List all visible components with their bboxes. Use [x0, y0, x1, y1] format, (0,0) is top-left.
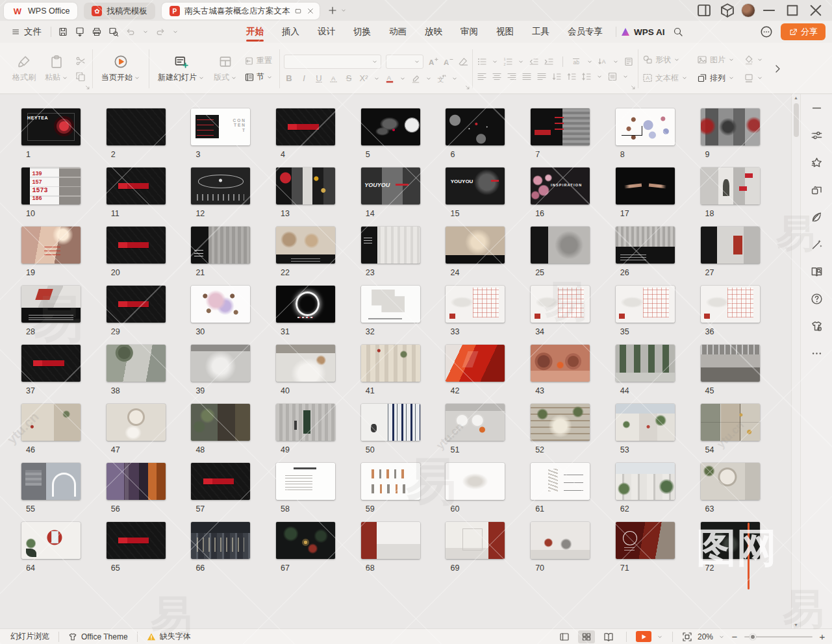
- redo-icon[interactable]: [155, 27, 166, 37]
- print-preview-icon[interactable]: [108, 27, 119, 37]
- slide-thumbnail-20[interactable]: [107, 227, 166, 264]
- distribute-icon[interactable]: [536, 71, 547, 82]
- slide-thumbnail-46[interactable]: [21, 404, 81, 441]
- menu-tab-10[interactable]: 会员专享: [559, 21, 612, 43]
- slide-thumbnail-42[interactable]: [446, 345, 505, 382]
- bullet-list-icon[interactable]: [477, 56, 487, 67]
- slide-thumbnail-12[interactable]: [191, 167, 250, 204]
- slide-thumbnail-45[interactable]: [701, 345, 760, 382]
- tab-close-icon[interactable]: [307, 7, 314, 15]
- slide-thumbnail-26[interactable]: [616, 227, 675, 264]
- slide-thumbnail-53[interactable]: [616, 404, 675, 441]
- help-icon[interactable]: [811, 293, 823, 305]
- paragraph-spacing-icon[interactable]: [607, 71, 618, 82]
- tab-list-caret[interactable]: [340, 7, 347, 14]
- slide-thumbnail-14[interactable]: YOUYOU: [361, 167, 420, 204]
- slide-thumbnail-64[interactable]: [21, 522, 81, 559]
- menu-tab-4[interactable]: 切换: [344, 21, 380, 43]
- slide-thumbnail-29[interactable]: [107, 286, 166, 323]
- more-options-icon[interactable]: [760, 25, 773, 38]
- font-family-select[interactable]: [284, 55, 381, 69]
- clipboard-dialog-launcher[interactable]: [84, 84, 91, 91]
- slide-thumbnail-69[interactable]: [446, 522, 505, 559]
- slide-thumbnail-39[interactable]: [191, 345, 250, 382]
- slide-thumbnail-36[interactable]: [701, 286, 760, 323]
- slide-thumbnail-35[interactable]: [616, 286, 675, 323]
- effects-icon[interactable]: [811, 156, 823, 169]
- shapes-button[interactable]: 形状: [642, 55, 688, 66]
- tab-docer-templates[interactable]: ✿ 找稿壳模板: [84, 3, 155, 19]
- slide-thumbnail-30[interactable]: [191, 286, 250, 323]
- slide-thumbnail-37[interactable]: [21, 345, 81, 382]
- char-spacing-icon[interactable]: A: [329, 73, 339, 84]
- find-replace-icon[interactable]: [811, 266, 823, 278]
- scrollbar-thumb[interactable]: [794, 103, 799, 137]
- slide-thumbnail-21[interactable]: [191, 227, 250, 264]
- maximize-button[interactable]: [783, 2, 802, 19]
- toolbar-expand-button[interactable]: [767, 45, 788, 92]
- new-slide-button[interactable]: 新建幻灯片: [153, 52, 209, 86]
- cut-icon[interactable]: [75, 56, 86, 66]
- bold-button[interactable]: B: [284, 73, 294, 83]
- superscript-button[interactable]: X²: [359, 73, 369, 83]
- slide-thumbnail-13[interactable]: [276, 167, 335, 204]
- row-spacing-up-icon[interactable]: [551, 71, 562, 82]
- align-center-icon[interactable]: [492, 71, 502, 82]
- menu-tab-3[interactable]: 设计: [309, 21, 344, 43]
- split-screen-icon[interactable]: [694, 2, 714, 19]
- slide-thumbnail-52[interactable]: [531, 404, 590, 441]
- row-spacing-down-icon[interactable]: [566, 71, 577, 82]
- slide-thumbnail-58[interactable]: [276, 463, 335, 500]
- numbered-list-icon[interactable]: 12: [503, 56, 513, 67]
- slide-thumbnail-33[interactable]: [446, 286, 505, 323]
- more-panel-icon[interactable]: [811, 347, 823, 360]
- picture-button[interactable]: 图片: [697, 55, 735, 66]
- slide-thumbnail-16[interactable]: INSPIRATION: [531, 167, 590, 204]
- slide-thumbnail-24[interactable]: [446, 227, 505, 264]
- slide-thumbnail-68[interactable]: [361, 522, 420, 559]
- format-painter-button[interactable]: 格式刷: [8, 52, 40, 86]
- decrease-font-icon[interactable]: A: [443, 56, 453, 67]
- detach-window-icon[interactable]: [294, 7, 302, 15]
- slide-thumbnail-63[interactable]: [701, 463, 760, 500]
- slide-thumbnail-10[interactable]: 1391571573186: [21, 167, 81, 204]
- slide-thumbnail-54[interactable]: [701, 404, 760, 441]
- smart-beautify-icon[interactable]: [811, 238, 823, 251]
- section-button[interactable]: 节: [244, 71, 273, 82]
- slide-thumbnail-56[interactable]: [107, 463, 166, 500]
- slide-thumbnail-5[interactable]: [361, 108, 420, 145]
- slide-thumbnail-38[interactable]: [107, 345, 166, 382]
- underline-button[interactable]: U: [314, 73, 324, 83]
- paste-button[interactable]: 粘贴: [40, 52, 73, 86]
- increase-indent-icon[interactable]: [544, 56, 554, 67]
- slide-thumbnail-22[interactable]: [276, 227, 335, 264]
- selection-pane-icon[interactable]: [624, 56, 634, 67]
- font-color-icon[interactable]: A: [384, 73, 395, 84]
- slide-thumbnail-71[interactable]: [616, 522, 675, 559]
- arrange-button[interactable]: 排列: [697, 73, 735, 84]
- object-properties-icon[interactable]: [811, 129, 823, 142]
- paragraph-dialog-launcher[interactable]: [630, 84, 637, 91]
- export-icon[interactable]: [75, 27, 85, 37]
- slide-thumbnail-15[interactable]: YOUYOU: [446, 167, 505, 204]
- undo-caret[interactable]: [142, 29, 149, 35]
- slide-thumbnail-7[interactable]: [531, 108, 590, 145]
- zoom-slider-thumb[interactable]: [750, 634, 756, 640]
- slide-thumbnail-67[interactable]: [276, 522, 335, 559]
- justify-icon[interactable]: [522, 71, 532, 82]
- slide-thumbnail-6[interactable]: [446, 108, 505, 145]
- slide-thumbnail-61[interactable]: [531, 463, 590, 500]
- reset-button[interactable]: 重置: [244, 55, 273, 66]
- skin-theme-icon[interactable]: [811, 320, 823, 332]
- slide-thumbnail-9[interactable]: [701, 108, 760, 145]
- slide-thumbnail-72[interactable]: [701, 522, 760, 559]
- slide-thumbnail-18[interactable]: [701, 167, 760, 204]
- new-tab-button[interactable]: [327, 5, 338, 16]
- slide-thumbnail-48[interactable]: [191, 404, 250, 441]
- strikethrough-button[interactable]: S: [344, 73, 354, 83]
- slide-sorter-view-button[interactable]: [578, 630, 595, 643]
- slide-thumbnail-70[interactable]: [531, 522, 590, 559]
- save-icon[interactable]: [58, 27, 68, 37]
- tab-wps-home[interactable]: W WPS Office: [4, 3, 77, 19]
- play-mode-caret[interactable]: [657, 634, 663, 640]
